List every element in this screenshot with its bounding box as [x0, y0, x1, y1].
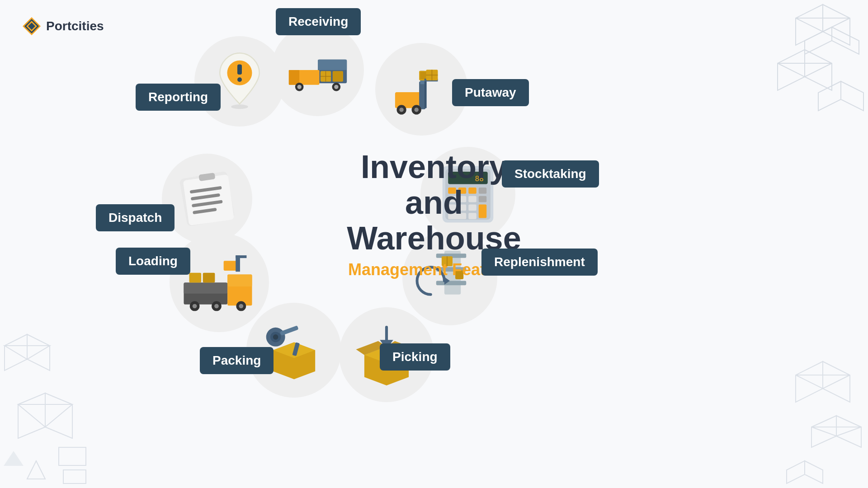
portcities-logo-icon [22, 16, 42, 36]
svg-point-58 [399, 108, 403, 112]
logo-text: Portcities [46, 19, 104, 33]
svg-marker-25 [27, 461, 45, 479]
badge-replenishment: Replenishment [481, 249, 598, 276]
deco-top-right [741, 0, 868, 145]
badge-reporting: Reporting [136, 84, 221, 111]
svg-marker-37 [787, 461, 805, 483]
svg-point-60 [414, 108, 418, 112]
receiving-icon [286, 43, 349, 97]
svg-marker-36 [805, 461, 823, 483]
svg-rect-85 [436, 281, 466, 285]
svg-point-112 [214, 304, 219, 308]
svg-point-110 [193, 304, 197, 308]
svg-rect-117 [236, 255, 246, 258]
svg-point-129 [237, 77, 242, 82]
circle-reporting [194, 36, 285, 127]
badge-stocktaking: Stocktaking [502, 160, 599, 188]
svg-point-102 [273, 334, 278, 340]
svg-rect-27 [63, 470, 86, 483]
badge-loading: Loading [116, 248, 190, 275]
svg-rect-121 [183, 174, 234, 225]
svg-rect-119 [203, 272, 215, 282]
svg-rect-26 [59, 447, 86, 465]
svg-rect-103 [280, 325, 299, 336]
circle-receiving [271, 23, 364, 116]
svg-marker-10 [805, 27, 832, 54]
svg-rect-55 [424, 79, 426, 108]
svg-point-130 [231, 104, 248, 109]
logo: Portcities [22, 16, 104, 36]
svg-point-45 [334, 84, 338, 89]
deco-bottom-right [778, 352, 868, 488]
svg-point-43 [297, 84, 301, 89]
title-main: Inventory and Warehouse [347, 149, 521, 257]
svg-point-114 [239, 304, 244, 308]
svg-marker-24 [5, 452, 23, 465]
svg-rect-128 [237, 65, 242, 75]
loading-icon [181, 250, 258, 315]
badge-receiving: Receiving [276, 8, 361, 35]
badge-packing: Packing [200, 347, 274, 374]
svg-rect-108 [227, 274, 252, 286]
svg-rect-47 [332, 71, 343, 81]
badge-dispatch: Dispatch [96, 204, 175, 231]
badge-picking: Picking [380, 343, 450, 371]
putaway-icon [388, 60, 456, 119]
svg-rect-39 [318, 59, 347, 70]
svg-rect-106 [184, 282, 227, 293]
svg-marker-9 [832, 27, 859, 54]
dispatch-icon [175, 169, 239, 228]
deco-bottom-left [0, 325, 99, 488]
svg-rect-41 [288, 70, 299, 85]
svg-marker-13 [841, 81, 863, 111]
circle-dispatch [162, 154, 252, 244]
svg-rect-118 [189, 272, 202, 282]
badge-putaway: Putaway [452, 79, 529, 106]
